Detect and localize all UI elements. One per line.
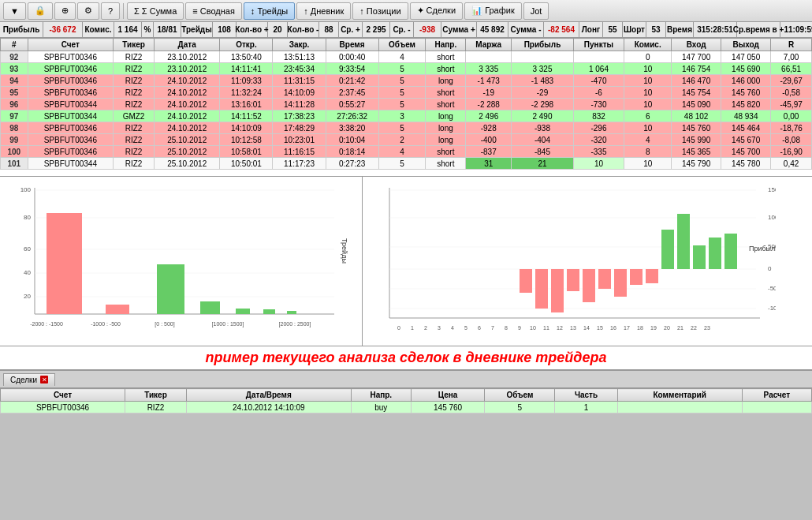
help-button[interactable]: ? (101, 2, 120, 20)
table-row[interactable]: 96SPBFUT00344RIZ224.10.201213:16:0114:11… (1, 99, 812, 110)
svg-text:16: 16 (610, 325, 616, 331)
svg-text:-2000 : -1500: -2000 : -1500 (30, 321, 63, 327)
svg-text:2: 2 (424, 325, 427, 331)
summa-plus-label: Сумма + (441, 22, 477, 37)
bar-2 (106, 305, 129, 314)
bottom-tabs: Сделки ✕ (0, 371, 812, 388)
trades-table: # Счет Тикер Дата Откр. Закр. Время Объе… (0, 38, 812, 170)
svg-rect-44 (709, 238, 721, 269)
svg-text:[1000 : 1500]: [1000 : 1500] (212, 321, 244, 327)
filter-button[interactable]: ▼ (3, 2, 26, 20)
svg-text:60: 60 (24, 245, 31, 253)
kolvo-plus-value: 20 (268, 22, 288, 37)
col-account: Счет (28, 39, 113, 51)
main-table-container: # Счет Тикер Дата Откр. Закр. Время Объе… (0, 38, 812, 176)
col-time: Время (326, 39, 378, 51)
deals-button[interactable]: ✦ Сделки (410, 2, 464, 20)
bottom-col-datetime: Дата/Время (186, 389, 351, 402)
chart-left: 100 80 60 40 20 -2000 : -1500 -1000 : -5… (0, 177, 363, 346)
summary-button[interactable]: ≡ Сводная (185, 2, 242, 20)
svg-rect-42 (677, 214, 690, 269)
summa-plus-value: 45 892 (477, 22, 508, 37)
table-row[interactable]: 99SPBFUT00346RIZ225.10.201210:12:5810:23… (1, 134, 812, 146)
pct-label: % (142, 22, 154, 37)
table-row[interactable]: 97SPBFUT00344GMZ224.10.201214:11:5217:38… (1, 110, 812, 122)
svg-text:5: 5 (464, 325, 467, 331)
sr-minus-label: Ср. - (390, 22, 414, 37)
bar-7 (287, 311, 296, 314)
commis-value: 1 164 (114, 22, 142, 37)
svg-rect-41 (661, 230, 674, 269)
col-ticker: Тикер (114, 39, 155, 51)
col-open: Откр. (220, 39, 273, 51)
svg-text:1: 1 (411, 325, 414, 331)
svg-text:21: 21 (677, 325, 683, 331)
toolbar: ▼ 🔒 ⊕ ⚙ ? Σ Σ Сумма ≡ Сводная ↕ Трейды ↑… (0, 0, 812, 22)
bar-6 (263, 309, 275, 314)
svg-text:14: 14 (583, 325, 590, 331)
long-value: 55 (603, 22, 623, 37)
bottom-panel: Сделки ✕ Счет Тикер Дата/Время Напр. Цен… (0, 369, 812, 413)
col-dir: Напр. (426, 39, 466, 51)
deals-tab[interactable]: Сделки ✕ (3, 373, 55, 386)
svg-rect-32 (520, 269, 532, 293)
svg-text:0: 0 (768, 265, 772, 272)
svg-text:-1000 : -500: -1000 : -500 (91, 321, 121, 327)
svg-text:4: 4 (451, 325, 454, 331)
table-row[interactable]: 92SPBFUT00346RIZ223.10.201213:50:4013:51… (1, 51, 812, 63)
svg-rect-39 (630, 269, 643, 285)
svg-text:15: 15 (597, 325, 603, 331)
summary-row: Прибыль -36 672 Комис. 1 164 % 18/81 Тре… (0, 22, 812, 38)
sr-plus-value: 2 295 (363, 22, 390, 37)
svg-text:12: 12 (557, 325, 563, 331)
bottom-col-ticker: Тикер (125, 389, 187, 402)
positions-button[interactable]: ↑ Позиции (352, 2, 408, 20)
svg-text:11: 11 (543, 325, 549, 331)
svg-text:40: 40 (24, 269, 31, 276)
settings-button[interactable]: ⚙ (77, 2, 99, 20)
summa-minus-value: -82 564 (544, 22, 579, 37)
col-num: # (1, 39, 28, 51)
bar-chart-right: 15000 10000 5000 0 -5000 -10000 (366, 180, 776, 342)
chart-button[interactable]: 📊 График (464, 2, 522, 20)
svg-rect-34 (551, 269, 564, 312)
svg-text:23: 23 (704, 325, 710, 331)
profit-label: Прибыль (0, 22, 43, 37)
svg-text:0: 0 (397, 325, 400, 331)
table-row[interactable]: 93SPBFUT00346RIZ223.10.201214:11:4123:45… (1, 63, 812, 75)
sum-button[interactable]: Σ Σ Сумма (127, 2, 184, 20)
table-row[interactable]: 98SPBFUT00346RIZ224.10.201214:10:0917:48… (1, 122, 812, 134)
chart-right: 15000 10000 5000 0 -5000 -10000 (363, 177, 812, 346)
journal-button[interactable]: ↑ Дневник (296, 2, 351, 20)
svg-text:-10000: -10000 (768, 305, 776, 312)
add-button[interactable]: ⊕ (54, 2, 76, 20)
bottom-col-account: Счет (1, 389, 125, 402)
trades-label: Трейды (181, 22, 213, 37)
time-label: Время (666, 22, 694, 37)
svg-rect-35 (567, 269, 579, 291)
trades-value: 108 (213, 22, 237, 37)
trades-button[interactable]: ↕ Трейды (244, 2, 295, 20)
svg-text:20: 20 (664, 325, 670, 331)
svg-rect-37 (598, 269, 611, 289)
col-profit: Прибыль (512, 39, 573, 51)
table-row[interactable]: 100SPBFUT00346RIZ225.10.201210:58:0111:1… (1, 146, 812, 158)
svg-text:10000: 10000 (768, 214, 776, 221)
kolvo-minus-value: 88 (319, 22, 339, 37)
bottom-table: Счет Тикер Дата/Время Напр. Цена Объем Ч… (0, 388, 812, 413)
short-value: 53 (646, 22, 666, 37)
close-tab-icon[interactable]: ✕ (40, 376, 48, 383)
col-vol: Объем (378, 39, 426, 51)
bottom-col-comment: Комментарий (617, 389, 742, 402)
charts-area: 100 80 60 40 20 -2000 : -1500 -1000 : -5… (0, 176, 812, 346)
jot-button[interactable]: Jot (523, 2, 549, 20)
kolvo-minus-label: Кол-во - (288, 22, 319, 37)
svg-rect-43 (693, 245, 706, 269)
bar-1 (47, 213, 82, 314)
pct-value: 18/81 (154, 22, 181, 37)
bottom-table-row[interactable]: SPBFUT00346RIZ224.10.2012 14:10:09buy145… (1, 402, 812, 413)
table-row[interactable]: 94SPBFUT00346RIZ224.10.201211:09:3311:31… (1, 75, 812, 87)
table-row[interactable]: 95SPBFUT00346RIZ224.10.201211:32:2414:10… (1, 87, 812, 99)
lock-button[interactable]: 🔒 (28, 2, 53, 20)
table-row[interactable]: 101SPBFUT00344RIZ225.10.201210:50:0111:1… (1, 158, 812, 170)
